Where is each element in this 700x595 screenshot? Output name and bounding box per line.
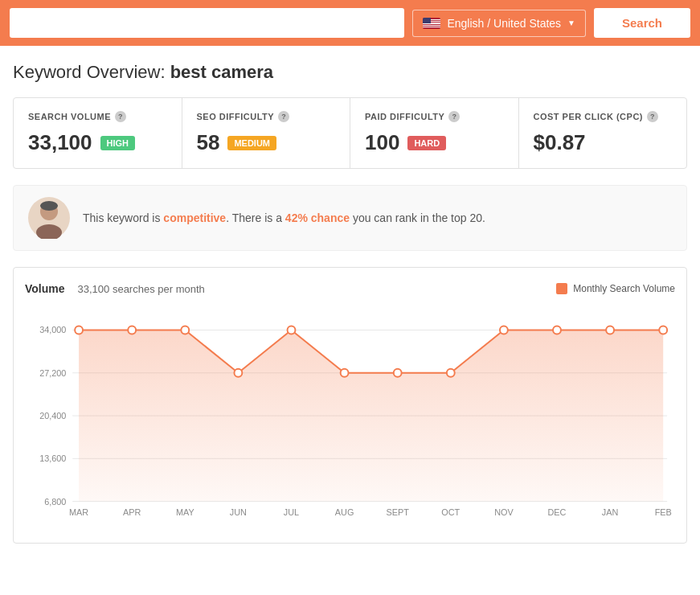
metric-value-row-cpc: $0.87 — [534, 130, 673, 155]
metric-value-paid-difficulty: 100 — [365, 130, 399, 155]
svg-point-15 — [75, 326, 83, 334]
volume-chart: 34,000 27,200 20,400 13,600 6,800 — [25, 306, 675, 531]
avatar-illustration — [28, 197, 70, 239]
locale-label: English / United States — [447, 17, 561, 30]
svg-text:JUL: JUL — [284, 507, 299, 517]
svg-text:OCT: OCT — [441, 507, 460, 517]
metric-value-search-volume: 33,100 — [28, 130, 92, 155]
svg-point-22 — [447, 369, 455, 377]
svg-text:AUG: AUG — [335, 507, 354, 517]
svg-point-21 — [394, 369, 402, 377]
svg-text:13,600: 13,600 — [39, 453, 66, 463]
metric-value-seo-difficulty: 58 — [197, 130, 220, 155]
metric-label-search-volume: SEARCH VOLUME ? — [28, 111, 167, 122]
metric-label-cpc: COST PER CLICK (CPC) ? — [534, 111, 673, 122]
metrics-row: SEARCH VOLUME ? 33,100 HIGH SEO DIFFICUL… — [13, 97, 687, 169]
svg-text:DEC: DEC — [548, 507, 567, 517]
chart-container: 34,000 27,200 20,400 13,600 6,800 — [25, 306, 675, 535]
flag-icon — [423, 18, 440, 29]
help-icon-search-volume[interactable]: ? — [115, 111, 126, 122]
metric-cpc: COST PER CLICK (CPC) ? $0.87 — [519, 98, 687, 168]
badge-hard: HARD — [407, 136, 446, 150]
metric-label-paid-difficulty: PAID DIFFICULTY ? — [365, 111, 504, 122]
metric-value-row-paid-difficulty: 100 HARD — [365, 130, 504, 155]
metric-value-row-seo-difficulty: 58 MEDIUM — [197, 130, 336, 155]
svg-point-26 — [659, 326, 667, 334]
svg-point-23 — [500, 326, 508, 334]
chart-legend: Monthly Search Volume — [556, 283, 675, 294]
main-content: Keyword Overview: best camera SEARCH VOL… — [0, 46, 700, 560]
svg-text:20,400: 20,400 — [39, 411, 66, 421]
competitive-banner: This keyword is competitive. There is a … — [13, 185, 687, 251]
search-bar: best camera English / United States ▼ Se… — [0, 0, 700, 46]
svg-text:34,000: 34,000 — [39, 325, 66, 334]
metric-value-row-search-volume: 33,100 HIGH — [28, 130, 167, 155]
metric-value-cpc: $0.87 — [534, 130, 586, 155]
svg-point-20 — [341, 369, 349, 377]
metric-search-volume: SEARCH VOLUME ? 33,100 HIGH — [14, 98, 182, 168]
svg-text:MAR: MAR — [69, 507, 88, 517]
keyword-highlight: best camera — [170, 62, 273, 82]
chart-subtitle: 33,100 searches per month — [78, 283, 205, 295]
svg-point-16 — [128, 326, 136, 334]
chart-title: Volume — [25, 282, 65, 295]
avatar — [28, 197, 70, 239]
svg-point-25 — [606, 326, 614, 334]
svg-marker-14 — [79, 330, 663, 502]
competitive-highlight2: 42% chance — [285, 211, 350, 224]
metric-seo-difficulty: SEO DIFFICULTY ? 58 MEDIUM — [182, 98, 351, 168]
page-title: Keyword Overview: best camera — [13, 62, 687, 83]
badge-high: HIGH — [100, 136, 136, 150]
metric-label-seo-difficulty: SEO DIFFICULTY ? — [197, 111, 336, 122]
svg-point-2 — [40, 201, 58, 211]
badge-medium: MEDIUM — [227, 136, 276, 150]
svg-text:MAY: MAY — [176, 507, 194, 517]
help-icon-cpc[interactable]: ? — [647, 111, 658, 122]
svg-text:APR: APR — [123, 507, 141, 517]
svg-point-18 — [234, 369, 242, 377]
competitive-text: This keyword is competitive. There is a … — [83, 210, 485, 227]
chart-section: Volume 33,100 searches per month Monthly… — [13, 267, 687, 544]
competitive-highlight1: competitive — [163, 211, 226, 224]
svg-text:FEB: FEB — [655, 507, 672, 517]
search-button[interactable]: Search — [594, 8, 690, 38]
chart-header: Volume 33,100 searches per month Monthly… — [25, 282, 675, 295]
search-input[interactable]: best camera — [10, 8, 404, 38]
svg-text:6,800: 6,800 — [44, 497, 66, 507]
svg-text:JAN: JAN — [602, 507, 619, 517]
svg-point-17 — [181, 326, 189, 334]
svg-text:NOV: NOV — [494, 507, 514, 517]
help-icon-seo-difficulty[interactable]: ? — [278, 111, 289, 122]
legend-color-box — [556, 283, 567, 294]
svg-text:27,200: 27,200 — [39, 368, 66, 378]
svg-point-24 — [553, 326, 561, 334]
locale-selector[interactable]: English / United States ▼ — [412, 10, 586, 37]
metric-paid-difficulty: PAID DIFFICULTY ? 100 HARD — [350, 98, 519, 168]
chevron-down-icon: ▼ — [567, 18, 575, 27]
help-icon-paid-difficulty[interactable]: ? — [448, 111, 460, 122]
svg-text:JUN: JUN — [230, 507, 247, 517]
legend-label: Monthly Search Volume — [573, 283, 675, 294]
svg-text:SEPT: SEPT — [387, 507, 410, 517]
svg-point-19 — [288, 326, 296, 334]
